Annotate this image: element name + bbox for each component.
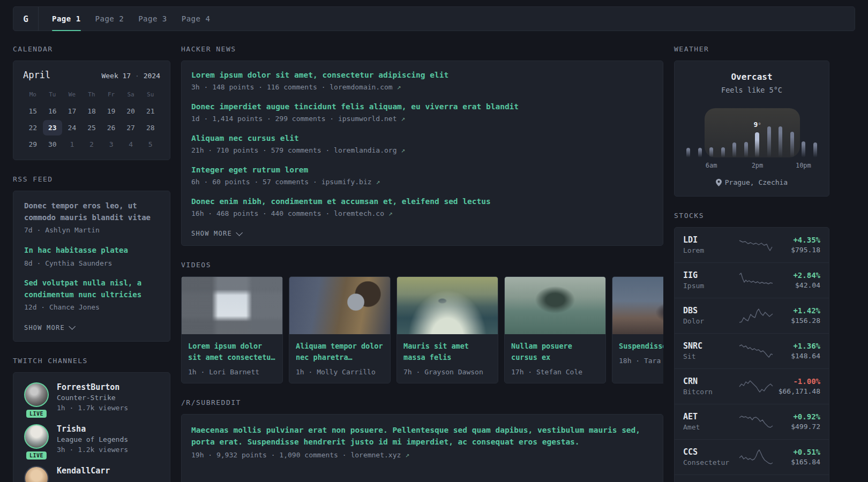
video-title[interactable]: Aliquam tempor dolor nec pharetra…	[296, 341, 384, 363]
app-logo[interactable]: G	[13, 7, 39, 31]
subreddit-post-title[interactable]: Maecenas mollis pulvinar erat non posuer…	[191, 424, 644, 448]
weekday-label: Sa	[121, 88, 141, 102]
calendar-day[interactable]: 2	[82, 137, 102, 152]
calendar-day[interactable]: 29	[23, 137, 43, 152]
video-card-body: Nullam posuere cursus ex17h · Stefan Col…	[505, 334, 605, 383]
weather-bar-fill	[779, 126, 782, 157]
weather-bar-fill	[732, 142, 736, 157]
video-thumbnail[interactable]	[505, 277, 605, 334]
calendar-day[interactable]: 26	[101, 120, 121, 135]
tab-page-1[interactable]: Page 1	[52, 7, 81, 31]
subreddit-section: /R/SUBREDDIT Maecenas mollis pulvinar er…	[181, 398, 663, 482]
tab-page-4[interactable]: Page 4	[182, 7, 211, 31]
hackernews-item-title[interactable]: Integer eget rutrum lorem	[191, 164, 653, 176]
calendar-day[interactable]: 4	[121, 137, 141, 152]
twitch-channel-name[interactable]: KendallCarr	[57, 466, 110, 477]
video-title[interactable]: Lorem ipsum dolor sit amet consectetu…	[188, 341, 276, 363]
twitch-channel-row[interactable]: LIVETrishaLeague of Legends3h · 1.2k vie…	[24, 424, 159, 455]
stock-row[interactable]: IIGIpsum+2.84%$42.04	[675, 262, 829, 298]
weather-bar	[686, 148, 690, 157]
calendar-day[interactable]: 3	[101, 137, 121, 152]
video-meta: 1h · Lori Barnett	[188, 368, 276, 376]
rss-item-title[interactable]: In hac habitasse platea	[24, 245, 159, 257]
twitch-card: LIVEForrestBurtonCounter-Strike1h · 1.7k…	[13, 372, 170, 482]
top-navbar: G Page 1Page 2Page 3Page 4	[13, 6, 855, 31]
rss-item-title[interactable]: Donec tempor eros leo, ut commodo mauris…	[24, 200, 159, 223]
video-thumbnail[interactable]	[397, 277, 498, 334]
rss-item-meta: 7d · Ashlyn Martin	[24, 225, 159, 236]
live-badge: LIVE	[26, 410, 47, 418]
twitch-channel-row[interactable]: KendallCarr	[24, 466, 159, 482]
hackernews-item-title[interactable]: Aliquam nec cursus elit	[191, 133, 653, 144]
twitch-section: TWITCH CHANNELS LIVEForrestBurtonCounter…	[13, 357, 170, 482]
stock-row[interactable]: AHS+0.46%	[675, 475, 829, 482]
rss-item-title[interactable]: Sed volutpat nulla nisl, a condimentum n…	[24, 277, 159, 300]
external-link-icon: ↗	[388, 209, 393, 217]
rss-show-more-button[interactable]: SHOW MORE	[24, 324, 73, 332]
stocks-header: STOCKS	[674, 212, 829, 220]
weekday-label: Mo	[23, 88, 43, 102]
subreddit-post: Maecenas mollis pulvinar erat non posuer…	[191, 424, 653, 459]
calendar-day[interactable]: 22	[23, 120, 43, 135]
weather-bar: 9°	[755, 132, 759, 157]
video-title[interactable]: Mauris sit amet massa felis	[403, 341, 491, 363]
twitch-channel-row[interactable]: LIVEForrestBurtonCounter-Strike1h · 1.7k…	[24, 382, 159, 413]
video-meta: 7h · Grayson Dawson	[403, 368, 491, 376]
twitch-channel-name[interactable]: ForrestBurton	[57, 382, 128, 393]
stock-row[interactable]: SNRCSit+1.36%$148.64	[675, 333, 829, 368]
stock-row[interactable]: CRNBitcorn-1.00%$66,171.48	[675, 368, 829, 404]
video-title[interactable]: Nullam posuere cursus ex	[511, 341, 599, 363]
calendar-day[interactable]: 20	[121, 103, 141, 119]
rss-list: Donec tempor eros leo, ut commodo mauris…	[24, 200, 159, 313]
calendar-day[interactable]: 30	[43, 137, 63, 152]
stock-symbol: AET	[683, 412, 735, 421]
twitch-channel-name[interactable]: Trisha	[57, 424, 128, 435]
video-thumbnail[interactable]	[182, 277, 282, 334]
weekday-label: We	[62, 88, 82, 102]
show-more-label: SHOW MORE	[191, 230, 232, 237]
stock-name: Amet	[683, 423, 735, 431]
calendar-day[interactable]: 15	[23, 103, 43, 119]
tab-page-2[interactable]: Page 2	[95, 7, 124, 31]
calendar-day[interactable]: 21	[140, 103, 160, 119]
hackernews-header: HACKER NEWS	[181, 45, 663, 53]
stock-symbol: DBS	[683, 306, 735, 315]
calendar-day[interactable]: 1	[62, 137, 82, 152]
stock-name: Dolor	[683, 317, 735, 325]
hackernews-show-more-button[interactable]: SHOW MORE	[191, 230, 241, 237]
calendar-day[interactable]: 5	[140, 137, 160, 152]
calendar-day[interactable]: 17	[62, 103, 82, 119]
calendar-day[interactable]: 25	[82, 120, 102, 135]
calendar-day[interactable]: 16	[43, 103, 63, 119]
left-column: CALENDAR April Week 17 · 2024 MoTuWeThFr…	[13, 45, 170, 482]
stock-row[interactable]: LDILorem+4.35%$795.18	[675, 228, 829, 262]
video-meta: 1h · Molly Carrillo	[296, 368, 384, 376]
hackernews-item-title[interactable]: Donec imperdiet augue tincidunt felis al…	[191, 101, 653, 112]
calendar-day[interactable]: 24	[62, 120, 82, 135]
hackernews-item-title[interactable]: Lorem ipsum dolor sit amet, consectetur …	[191, 70, 653, 81]
calendar-day[interactable]: 27	[121, 120, 141, 135]
calendar-day[interactable]: 18	[82, 103, 102, 119]
weather-location: Prague, Czechia	[725, 178, 788, 186]
stock-row[interactable]: DBSDolor+1.42%$156.28	[675, 298, 829, 333]
video-thumbnail[interactable]	[289, 277, 390, 334]
video-thumbnail[interactable]	[612, 277, 663, 334]
stock-name: Consectetur	[683, 458, 735, 466]
tab-page-3[interactable]: Page 3	[138, 7, 167, 31]
stock-row[interactable]: CCSConsectetur+0.51%$165.84	[675, 439, 829, 475]
stock-name: Ipsum	[683, 282, 735, 290]
calendar-day[interactable]: 19	[101, 103, 121, 119]
calendar-day[interactable]: 28	[140, 120, 160, 135]
stock-change: +2.84%	[793, 271, 820, 280]
stock-symbol-block: LDILorem	[683, 235, 735, 254]
stock-row[interactable]: AETAmet+0.92%$499.72	[675, 404, 829, 439]
rss-card: Donec tempor eros leo, ut commodo mauris…	[13, 191, 170, 342]
dashboard: G Page 1Page 2Page 3Page 4 CALENDAR Apri…	[0, 0, 868, 482]
weather-section: WEATHER Overcast Feels like 5°C 9° 6am2p…	[674, 45, 829, 197]
nav-tabs: Page 1Page 2Page 3Page 4	[52, 7, 210, 31]
video-title[interactable]: Suspendisse diam	[619, 341, 663, 352]
hackernews-item: Lorem ipsum dolor sit amet, consectetur …	[191, 70, 653, 91]
hackernews-item-title[interactable]: Donec enim nibh, condimentum et accumsan…	[191, 196, 653, 207]
video-card-body: Suspendisse diam18h · Tara	[612, 334, 663, 372]
calendar-day-selected[interactable]: 23	[43, 120, 63, 135]
